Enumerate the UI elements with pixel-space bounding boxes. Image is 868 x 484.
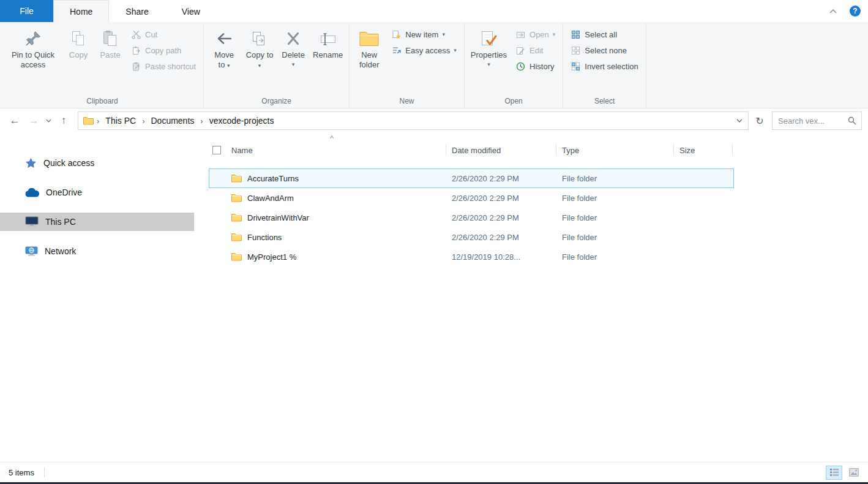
file-list: ^ Name Date modified Type Size AccurateT…: [194, 133, 868, 462]
select-none-button[interactable]: Select none: [566, 43, 643, 58]
sidebar-item-quick-access[interactable]: Quick access: [0, 154, 194, 172]
copy-path-button[interactable]: Copy path: [126, 43, 201, 58]
minimize-ribbon-button[interactable]: [826, 4, 840, 18]
view-toggles: [826, 466, 862, 480]
copy-path-icon: [131, 46, 141, 55]
network-icon: [25, 246, 38, 257]
ribbon-group-clipboard: Pin to Quick access Copy Paste: [1, 23, 204, 108]
folder-icon: [231, 194, 242, 202]
delete-button[interactable]: Delete ▾: [277, 25, 309, 89]
back-button[interactable]: ←: [6, 112, 23, 129]
ribbon-group-label-new: New: [352, 95, 462, 108]
paste-button[interactable]: Paste: [94, 25, 126, 89]
chevron-down-icon: [736, 119, 743, 123]
column-header-name[interactable]: Name: [226, 144, 446, 156]
address-dropdown-button[interactable]: [732, 113, 747, 129]
edit-button[interactable]: Edit: [511, 43, 560, 58]
file-row-myproject1[interactable]: MyProject1 % 12/19/2019 10:28... File fo…: [209, 247, 734, 267]
file-row-functions[interactable]: Functions 2/26/2020 2:29 PM File folder: [209, 227, 734, 247]
ribbon-group-organize: Move to ▾ Copy to ▾ Delete ▾: [204, 23, 350, 108]
recent-locations-button[interactable]: [44, 118, 53, 123]
ribbon: Pin to Quick access Copy Paste: [0, 22, 868, 108]
tab-file[interactable]: File: [0, 0, 53, 22]
dropdown-caret: ▾: [553, 32, 556, 37]
new-folder-icon: [359, 29, 379, 48]
sidebar: Quick access OneDrive This PC Network: [0, 133, 194, 462]
select-all-checkbox[interactable]: [212, 146, 221, 154]
chevron-up-icon: [829, 9, 837, 13]
breadcrumb-vexcode-projects[interactable]: vexcode-projects: [206, 114, 277, 127]
folder-icon: [231, 213, 242, 222]
up-button[interactable]: ↑: [55, 112, 72, 129]
ribbon-group-label-open: Open: [467, 95, 561, 108]
status-bar: 5 items: [0, 462, 868, 482]
rename-button[interactable]: Rename: [309, 25, 346, 89]
help-button[interactable]: ?: [850, 6, 861, 17]
tab-home[interactable]: Home: [53, 0, 109, 22]
breadcrumb-documents[interactable]: Documents: [148, 114, 197, 127]
details-view-button[interactable]: [826, 466, 842, 480]
properties-button[interactable]: Properties ▾: [467, 25, 511, 89]
new-folder-button[interactable]: New folder: [352, 25, 386, 89]
ribbon-group-label-select: Select: [566, 95, 643, 108]
file-rows: AccurateTurns 2/26/2020 2:29 PM File fol…: [209, 168, 734, 267]
history-button[interactable]: History: [511, 59, 560, 74]
items-count: 5 items: [9, 468, 34, 477]
properties-icon: [480, 29, 497, 48]
move-to-icon: [215, 29, 233, 48]
column-header-date-modified[interactable]: Date modified: [446, 144, 556, 156]
paste-icon: [102, 29, 119, 48]
select-all-button[interactable]: Select all: [566, 28, 643, 42]
column-header-type[interactable]: Type: [556, 144, 674, 156]
edit-icon: [515, 46, 526, 55]
cut-button[interactable]: Cut: [126, 28, 201, 42]
file-row-drivetrainwithvar[interactable]: DrivetrainWithVar 2/26/2020 2:29 PM File…: [209, 208, 734, 227]
address-bar[interactable]: › This PC › Documents › vexcode-projects: [78, 112, 749, 130]
paste-shortcut-button[interactable]: Paste shortcut: [126, 59, 201, 74]
move-to-button[interactable]: Move to ▾: [206, 25, 242, 89]
copy-to-button[interactable]: Copy to ▾: [242, 25, 277, 89]
new-item-icon: [391, 30, 402, 39]
open-icon: [515, 30, 526, 39]
delete-icon: [285, 29, 302, 48]
sort-ascending-indicator: ^: [330, 134, 334, 143]
tab-view[interactable]: View: [165, 0, 217, 22]
refresh-button[interactable]: ↻: [752, 112, 768, 129]
invert-selection-icon: [571, 62, 581, 71]
star-icon: [25, 157, 37, 168]
ribbon-group-new: New folder New item ▾ Easy acce: [350, 23, 465, 108]
dropdown-caret: ▾: [442, 32, 445, 37]
open-button[interactable]: Open ▾: [511, 28, 560, 42]
sidebar-item-this-pc[interactable]: This PC: [0, 213, 194, 231]
breadcrumb-this-pc[interactable]: This PC: [102, 114, 139, 127]
file-row-clawandarm[interactable]: ClawAndArm 2/26/2020 2:29 PM File folder: [209, 188, 734, 208]
tab-share[interactable]: Share: [109, 0, 165, 22]
cut-icon: [131, 30, 141, 39]
paste-shortcut-icon: [131, 62, 141, 71]
copy-button[interactable]: Copy: [62, 25, 94, 89]
forward-button[interactable]: →: [25, 112, 42, 129]
ribbon-group-select: Select all Select none Invert selection: [563, 23, 646, 108]
breadcrumb: › This PC › Documents › vexcode-projects: [83, 114, 732, 127]
easy-access-icon: [391, 46, 402, 55]
onedrive-cloud-icon: [25, 188, 39, 197]
ribbon-group-open: Properties ▾ Open ▾ E: [465, 23, 564, 108]
column-headers: ^ Name Date modified Type Size: [209, 142, 734, 159]
invert-selection-button[interactable]: Invert selection: [566, 59, 643, 74]
thumbnail-view-button[interactable]: [845, 466, 862, 480]
file-row-accurateturns[interactable]: AccurateTurns 2/26/2020 2:29 PM File fol…: [209, 168, 734, 188]
history-icon: [515, 62, 526, 71]
easy-access-button[interactable]: Easy access ▾: [386, 43, 462, 58]
pin-to-quick-access-button[interactable]: Pin to Quick access: [4, 25, 62, 89]
dropdown-caret: ▾: [227, 62, 230, 69]
select-all-checkbox-cell: [209, 144, 226, 156]
file-explorer-window: File Home Share View ? Pin to Quick acce…: [0, 0, 868, 484]
folder-icon: [231, 233, 242, 241]
column-header-size[interactable]: Size: [674, 144, 733, 156]
search-input[interactable]: [778, 116, 844, 126]
ribbon-group-label-organize: Organize: [206, 95, 346, 108]
select-none-icon: [571, 46, 581, 55]
new-item-button[interactable]: New item ▾: [386, 28, 462, 42]
sidebar-item-network[interactable]: Network: [0, 242, 194, 260]
sidebar-item-onedrive[interactable]: OneDrive: [0, 183, 194, 202]
